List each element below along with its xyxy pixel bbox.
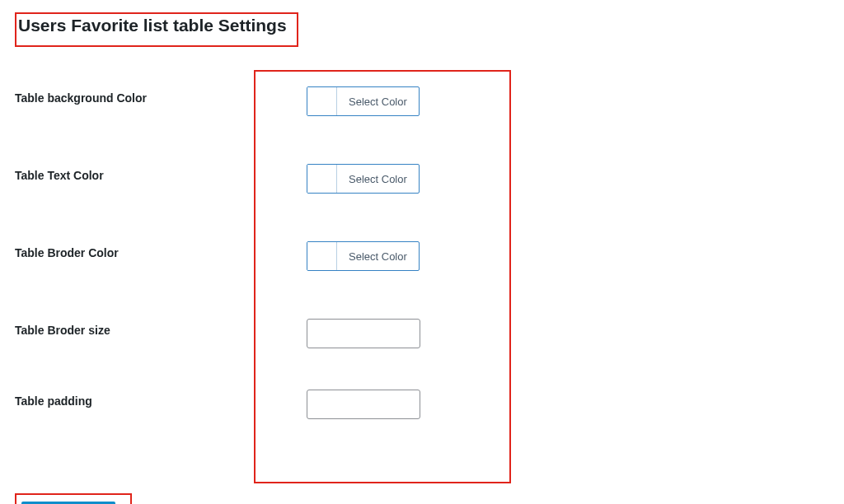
bg-color-picker[interactable]: Select Color	[307, 86, 420, 116]
padding-input[interactable]	[307, 390, 420, 419]
bg-color-picker-label: Select Color	[337, 87, 419, 115]
color-swatch-icon	[307, 242, 337, 270]
label-table-bg-color: Table background Color	[15, 85, 254, 162]
border-size-input[interactable]	[307, 319, 420, 348]
color-swatch-icon	[307, 87, 337, 115]
color-swatch-icon	[307, 165, 337, 193]
settings-form: Table background Color Table Text Color …	[15, 70, 829, 483]
controls-panel: Select Color Select Color Select Color	[254, 70, 511, 483]
label-table-border-color: Table Broder Color	[15, 240, 254, 317]
border-color-picker-label: Select Color	[337, 242, 419, 270]
text-color-picker[interactable]: Select Color	[307, 164, 420, 194]
text-color-picker-label: Select Color	[337, 165, 419, 193]
labels-column: Table background Color Table Text Color …	[15, 70, 254, 459]
label-table-text-color: Table Text Color	[15, 162, 254, 240]
page-title: Users Favorite list table Settings	[18, 16, 287, 40]
border-color-picker[interactable]: Select Color	[307, 241, 420, 271]
label-table-border-size: Table Broder size	[15, 317, 254, 388]
label-table-padding: Table padding	[15, 388, 254, 459]
